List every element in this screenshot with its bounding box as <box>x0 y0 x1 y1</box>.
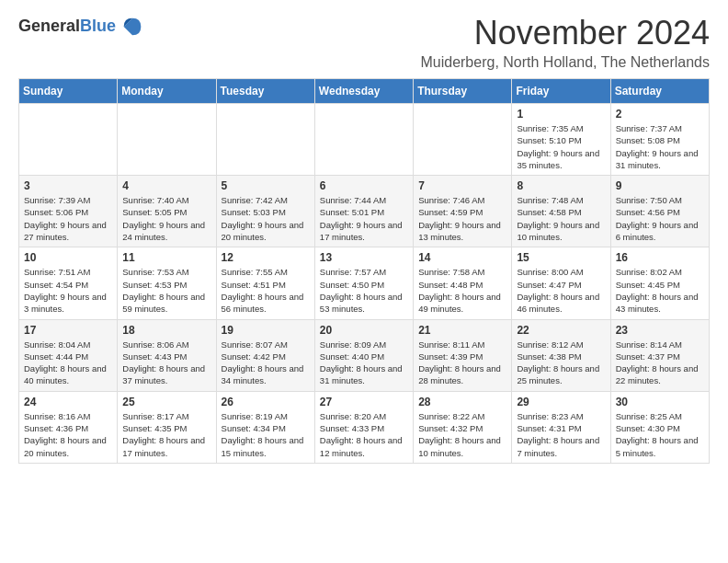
day-number: 4 <box>122 179 210 192</box>
calendar-cell: 17Sunrise: 8:04 AM Sunset: 4:44 PM Dayli… <box>19 319 118 391</box>
calendar-cell: 18Sunrise: 8:06 AM Sunset: 4:43 PM Dayli… <box>118 319 216 391</box>
calendar-cell: 25Sunrise: 8:17 AM Sunset: 4:35 PM Dayli… <box>118 391 216 463</box>
col-tuesday: Tuesday <box>216 79 314 104</box>
calendar-cell <box>314 104 413 176</box>
col-wednesday: Wednesday <box>314 79 413 104</box>
day-number: 28 <box>418 396 506 408</box>
calendar-cell: 3Sunrise: 7:39 AM Sunset: 5:06 PM Daylig… <box>19 176 118 247</box>
calendar-cell: 5Sunrise: 7:42 AM Sunset: 5:03 PM Daylig… <box>216 176 314 247</box>
week-row-1: 3Sunrise: 7:39 AM Sunset: 5:06 PM Daylig… <box>19 176 710 247</box>
day-number: 25 <box>122 396 210 408</box>
day-number: 30 <box>616 396 704 408</box>
day-number: 3 <box>24 179 112 192</box>
day-info: Sunrise: 8:00 AM Sunset: 4:47 PM Dayligh… <box>517 266 605 315</box>
day-number: 17 <box>24 324 112 337</box>
calendar-cell: 20Sunrise: 8:09 AM Sunset: 4:40 PM Dayli… <box>314 319 413 391</box>
day-info: Sunrise: 7:42 AM Sunset: 5:03 PM Dayligh… <box>222 194 310 243</box>
week-row-4: 24Sunrise: 8:16 AM Sunset: 4:36 PM Dayli… <box>19 391 710 463</box>
day-info: Sunrise: 8:06 AM Sunset: 4:43 PM Dayligh… <box>122 339 210 387</box>
day-info: Sunrise: 7:35 AM Sunset: 5:10 PM Dayligh… <box>517 122 605 171</box>
calendar-cell: 30Sunrise: 8:25 AM Sunset: 4:30 PM Dayli… <box>610 391 709 463</box>
day-number: 15 <box>517 251 605 264</box>
calendar-cell: 22Sunrise: 8:12 AM Sunset: 4:38 PM Dayli… <box>512 319 610 391</box>
day-info: Sunrise: 8:12 AM Sunset: 4:38 PM Dayligh… <box>517 339 605 387</box>
logo-text: GeneralBlue <box>18 17 116 36</box>
calendar-cell: 29Sunrise: 8:23 AM Sunset: 4:31 PM Dayli… <box>512 391 610 463</box>
calendar-cell: 11Sunrise: 7:53 AM Sunset: 4:53 PM Dayli… <box>118 247 216 319</box>
day-number: 5 <box>222 179 310 192</box>
day-number: 8 <box>517 179 605 192</box>
day-number: 9 <box>616 179 704 192</box>
calendar-cell: 26Sunrise: 8:19 AM Sunset: 4:34 PM Dayli… <box>216 391 314 463</box>
calendar-cell: 10Sunrise: 7:51 AM Sunset: 4:54 PM Dayli… <box>19 247 118 319</box>
day-info: Sunrise: 7:55 AM Sunset: 4:51 PM Dayligh… <box>222 266 310 315</box>
day-number: 19 <box>222 324 310 337</box>
week-row-3: 17Sunrise: 8:04 AM Sunset: 4:44 PM Dayli… <box>19 319 710 391</box>
calendar-cell <box>19 104 118 176</box>
day-number: 6 <box>320 179 408 192</box>
day-info: Sunrise: 7:51 AM Sunset: 4:54 PM Dayligh… <box>24 266 112 315</box>
calendar-cell <box>414 104 512 176</box>
day-number: 29 <box>517 396 605 408</box>
logo-general: GeneralBlue <box>18 17 116 36</box>
calendar-cell: 16Sunrise: 8:02 AM Sunset: 4:45 PM Dayli… <box>610 247 709 319</box>
day-info: Sunrise: 7:58 AM Sunset: 4:48 PM Dayligh… <box>418 266 506 315</box>
day-info: Sunrise: 8:11 AM Sunset: 4:39 PM Dayligh… <box>418 339 506 387</box>
calendar-cell: 23Sunrise: 8:14 AM Sunset: 4:37 PM Dayli… <box>610 319 709 391</box>
calendar-cell: 14Sunrise: 7:58 AM Sunset: 4:48 PM Dayli… <box>414 247 512 319</box>
calendar-table: Sunday Monday Tuesday Wednesday Thursday… <box>18 78 710 464</box>
calendar-cell: 6Sunrise: 7:44 AM Sunset: 5:01 PM Daylig… <box>314 176 413 247</box>
week-row-2: 10Sunrise: 7:51 AM Sunset: 4:54 PM Dayli… <box>19 247 710 319</box>
day-info: Sunrise: 7:53 AM Sunset: 4:53 PM Dayligh… <box>122 266 210 315</box>
day-info: Sunrise: 7:48 AM Sunset: 4:58 PM Dayligh… <box>517 194 605 243</box>
calendar-cell: 8Sunrise: 7:48 AM Sunset: 4:58 PM Daylig… <box>512 176 610 247</box>
calendar-cell: 28Sunrise: 8:22 AM Sunset: 4:32 PM Dayli… <box>414 391 512 463</box>
calendar-cell: 2Sunrise: 7:37 AM Sunset: 5:08 PM Daylig… <box>610 104 709 176</box>
day-number: 13 <box>320 251 408 264</box>
day-info: Sunrise: 8:22 AM Sunset: 4:32 PM Dayligh… <box>418 410 506 459</box>
day-info: Sunrise: 8:16 AM Sunset: 4:36 PM Dayligh… <box>24 410 112 459</box>
header: GeneralBlue November 2024 Muiderberg, No… <box>18 14 710 71</box>
day-number: 24 <box>24 396 112 408</box>
day-number: 27 <box>320 396 408 408</box>
day-number: 10 <box>24 251 112 264</box>
col-monday: Monday <box>118 79 216 104</box>
day-info: Sunrise: 7:37 AM Sunset: 5:08 PM Dayligh… <box>616 122 704 171</box>
day-number: 11 <box>122 251 210 264</box>
logo-general-text: General <box>18 17 80 35</box>
day-number: 7 <box>418 179 506 192</box>
calendar-cell: 15Sunrise: 8:00 AM Sunset: 4:47 PM Dayli… <box>512 247 610 319</box>
day-number: 22 <box>517 324 605 337</box>
calendar-cell: 9Sunrise: 7:50 AM Sunset: 4:56 PM Daylig… <box>610 176 709 247</box>
day-info: Sunrise: 8:25 AM Sunset: 4:30 PM Dayligh… <box>616 410 704 459</box>
logo: GeneralBlue <box>18 14 145 40</box>
col-thursday: Thursday <box>414 79 512 104</box>
day-number: 2 <box>616 108 704 121</box>
calendar-cell: 24Sunrise: 8:16 AM Sunset: 4:36 PM Dayli… <box>19 391 118 463</box>
page: GeneralBlue November 2024 Muiderberg, No… <box>0 0 728 477</box>
day-number: 20 <box>320 324 408 337</box>
day-info: Sunrise: 8:14 AM Sunset: 4:37 PM Dayligh… <box>616 339 704 387</box>
logo-blue-text: Blue <box>80 17 116 35</box>
calendar-cell: 7Sunrise: 7:46 AM Sunset: 4:59 PM Daylig… <box>414 176 512 247</box>
calendar-cell: 1Sunrise: 7:35 AM Sunset: 5:10 PM Daylig… <box>512 104 610 176</box>
day-number: 21 <box>418 324 506 337</box>
day-number: 14 <box>418 251 506 264</box>
calendar-cell: 27Sunrise: 8:20 AM Sunset: 4:33 PM Dayli… <box>314 391 413 463</box>
day-number: 18 <box>122 324 210 337</box>
col-friday: Friday <box>512 79 610 104</box>
day-info: Sunrise: 8:07 AM Sunset: 4:42 PM Dayligh… <box>222 339 310 387</box>
calendar-cell <box>118 104 216 176</box>
day-number: 23 <box>616 324 704 337</box>
day-info: Sunrise: 8:17 AM Sunset: 4:35 PM Dayligh… <box>122 410 210 459</box>
day-number: 16 <box>616 251 704 264</box>
day-info: Sunrise: 7:50 AM Sunset: 4:56 PM Dayligh… <box>616 194 704 243</box>
day-number: 26 <box>222 396 310 408</box>
day-info: Sunrise: 8:20 AM Sunset: 4:33 PM Dayligh… <box>320 410 408 459</box>
col-sunday: Sunday <box>19 79 118 104</box>
day-info: Sunrise: 7:40 AM Sunset: 5:05 PM Dayligh… <box>122 194 210 243</box>
calendar-cell: 13Sunrise: 7:57 AM Sunset: 4:50 PM Dayli… <box>314 247 413 319</box>
day-info: Sunrise: 8:09 AM Sunset: 4:40 PM Dayligh… <box>320 339 408 387</box>
day-info: Sunrise: 8:19 AM Sunset: 4:34 PM Dayligh… <box>222 410 310 459</box>
calendar-cell <box>216 104 314 176</box>
